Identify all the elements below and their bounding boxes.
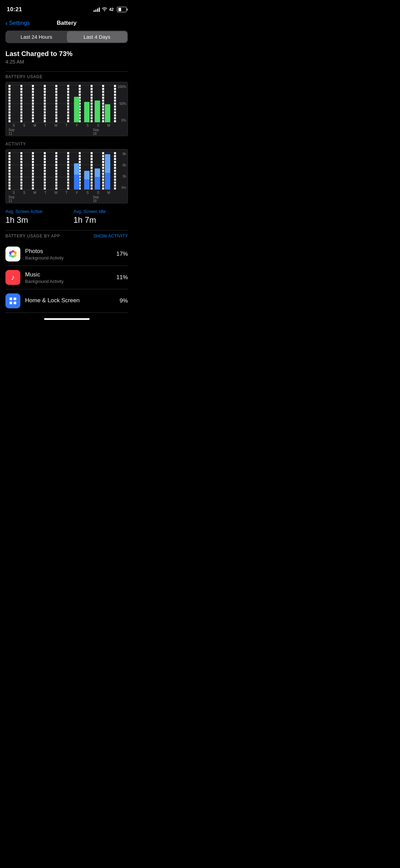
screen-idle-stat: Avg. Screen Idle 1h 7m [74,209,128,225]
photos-app-icon [5,247,20,261]
svg-point-7 [11,252,15,256]
back-chevron-icon: ‹ [5,20,8,26]
activity-y-labels: 9h 6h 3h 0m [121,152,126,189]
nav-header: ‹ Settings Battery [0,17,133,31]
screen-active-label: Avg. Screen Active [5,209,60,214]
battery-bar-7 [84,102,90,123]
photos-app-pct: 17% [116,251,128,257]
activity-bar-6 [74,163,79,189]
y-label-0: 0% [117,119,126,122]
y-label-50: 50% [117,102,126,106]
homescreen-app-name: Home & Lock Screen [25,297,115,304]
wifi-icon [102,7,107,12]
status-time: 10:21 [7,6,22,13]
battery-fill [118,8,121,11]
screen-idle-label: Avg. Screen Idle [74,209,128,214]
svg-rect-11 [14,302,16,304]
bar-group-0 [10,85,20,122]
app-usage-title: BATTERY USAGE BY APP [5,234,60,238]
show-activity-button[interactable]: SHOW ACTIVITY [93,233,128,238]
activity-bar-8 [95,168,100,189]
bar-group-8 [92,85,102,122]
status-bar: 10:21 42 [0,0,133,17]
segment-24h[interactable]: Last 24 Hours [6,31,67,42]
screen-active-stat: Avg. Screen Active 1h 3m [5,209,60,225]
battery-usage-label: BATTERY USAGE [5,74,128,79]
activity-section: ACTIVITY 9h 6h 3h 0m [5,142,128,203]
activity-bar-9 [105,154,110,190]
app-item-homescreen[interactable]: Home & Lock Screen 9% [5,289,128,313]
status-icons: 42 [94,7,127,12]
svg-rect-8 [9,297,12,300]
battery-bar-6 [74,97,79,122]
screen-active-value: 1h 3m [5,215,60,225]
bar-group-6 [72,85,82,122]
battery-x-axis: S Sep 11 S M T W T F [8,122,114,136]
bar-group-4 [51,85,61,122]
bar-group-2 [31,85,41,122]
bar-group-7 [82,85,92,122]
music-app-icon: ♪ [5,270,20,285]
bar-group-1 [20,85,30,122]
activity-bar-7 [84,171,90,189]
bar-group-9 [102,85,113,122]
activity-label: ACTIVITY [5,142,128,146]
bar-group-3 [41,85,51,122]
last-charged-section: Last Charged to 73% 4:25 AM [5,50,128,65]
ay-label-6h: 6h [121,163,126,167]
battery-icon [117,7,127,12]
activity-bars [8,152,114,189]
music-app-name: Music [25,271,112,278]
app-item-photos[interactable]: Photos Background Activity 17% [5,242,128,266]
battery-bar-9 [105,104,110,122]
segment-4days[interactable]: Last 4 Days [67,31,128,42]
ay-label-0m: 0m [121,186,126,189]
last-charged-time: 4:25 AM [5,59,128,65]
screen-idle-value: 1h 7m [74,215,128,225]
app-item-music[interactable]: ♪ Music Background Activity 11% [5,266,128,289]
svg-rect-10 [9,302,12,304]
music-app-subtitle: Background Activity [25,279,112,284]
ay-label-9h: 9h [121,152,126,156]
photos-app-subtitle: Background Activity [25,255,112,260]
divider-2 [5,230,128,231]
segment-control: Last 24 Hours Last 4 Days [5,31,128,43]
photos-app-name: Photos [25,248,112,255]
y-label-100: 100% [117,85,126,89]
activity-x-axis: S Sep 11 S M T W T F [8,189,114,203]
battery-bar-8 [95,101,100,122]
page-title: Battery [57,20,77,26]
app-usage-header: BATTERY USAGE BY APP SHOW ACTIVITY [5,233,128,238]
battery-bars [8,85,114,122]
signal-icon [94,7,100,12]
battery-usage-chart: 100% 50% 0% [5,82,128,136]
music-app-pct: 11% [116,274,128,281]
bar-group-5 [61,85,71,122]
homescreen-app-icon [5,293,20,308]
divider-1 [5,71,128,72]
activity-chart: 9h 6h 3h 0m [5,149,128,203]
back-button[interactable]: ‹ Settings [5,20,30,26]
homescreen-app-pct: 9% [119,297,128,304]
app-usage-list: Photos Background Activity 17% ♪ Music B… [5,242,128,313]
home-indicator [44,318,90,320]
svg-point-0 [104,11,105,11]
svg-rect-9 [14,297,16,300]
battery-usage-section: BATTERY USAGE 100% 50% 0% [5,74,128,136]
stats-row: Avg. Screen Active 1h 3m Avg. Screen Idl… [5,209,128,225]
ay-label-3h: 3h [121,175,126,178]
music-note-icon: ♪ [11,273,15,282]
battery-pct-label: 42 [109,7,114,12]
last-charged-title: Last Charged to 73% [5,50,128,58]
battery-y-labels: 100% 50% 0% [117,85,126,122]
main-content: Last 24 Hours Last 4 Days Last Charged t… [0,31,133,313]
back-label: Settings [9,20,30,26]
